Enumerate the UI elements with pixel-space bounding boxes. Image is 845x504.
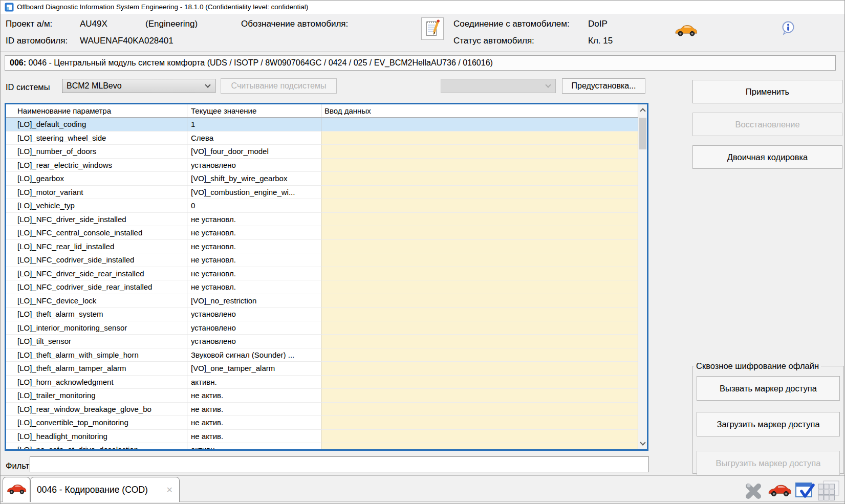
param-name: [LO]_NFC_driver_side_installed — [6, 213, 187, 227]
disconnect-x-icon[interactable] — [744, 481, 763, 502]
table-row[interactable]: [LO]_NFC_device_lock[VO]_no_restriction — [6, 294, 638, 308]
info-icon[interactable] — [781, 21, 795, 38]
param-name: [LO]_rear_electric_windows — [6, 159, 187, 172]
table-row[interactable]: [LO]_interior_monitoring_sensorустановле… — [6, 321, 638, 335]
restore-button[interactable]: Восстановление — [692, 113, 842, 136]
table-row[interactable]: [LO]_NFC_driver_side_rear_installedне ус… — [6, 267, 638, 281]
tab-close-icon[interactable]: ✕ — [166, 485, 173, 495]
system-id-dropdown[interactable]: BCM2 MLBevo — [62, 79, 215, 93]
table-row[interactable]: [LO]_horn_acknowledgmentактивн. — [6, 376, 638, 389]
param-input-cell[interactable] — [321, 335, 638, 348]
param-name: [LO]_gearbox — [6, 172, 187, 186]
param-name: [LO]_NFC_driver_side_rear_installed — [6, 267, 187, 281]
param-name: [LO]_theft_alarm_system — [6, 308, 187, 321]
param-input-cell[interactable] — [321, 240, 638, 254]
apply-button[interactable]: Применить — [692, 80, 842, 103]
param-input-cell[interactable] — [321, 376, 638, 389]
unload-access-token-button[interactable]: Выгрузить маркер доступа — [697, 451, 840, 475]
param-current-value: установлено — [187, 159, 321, 172]
vehicle-quick-icon[interactable] — [767, 483, 792, 499]
param-input-cell[interactable] — [321, 416, 638, 430]
param-current-value: не установл. — [187, 267, 321, 281]
table-row[interactable]: [LO]_convertible_top_monitoringне актив. — [6, 416, 638, 430]
preset-button[interactable]: Предустановка... — [562, 78, 645, 94]
param-input-cell[interactable] — [321, 267, 638, 281]
param-input-cell[interactable] — [321, 199, 638, 213]
param-input-cell[interactable] — [321, 308, 638, 321]
table-row[interactable]: [LO]_default_coding1 — [6, 118, 638, 132]
odis-app-icon — [5, 3, 14, 12]
param-input-cell[interactable] — [321, 118, 638, 132]
table-row[interactable]: [LO]_headlight_monitoringне актив. — [6, 430, 638, 444]
table-row[interactable]: [LO]_motor_variant[VO]_combustion_engine… — [6, 186, 638, 200]
param-input-cell[interactable] — [321, 172, 638, 186]
table-row[interactable]: [LO]_tilt_sensorустановлено — [6, 335, 638, 348]
column-header-current-value[interactable]: Текущее значение — [187, 104, 321, 117]
param-current-value: 1 — [187, 118, 321, 132]
binary-coding-button[interactable]: Двоичная кодировка — [692, 145, 842, 169]
bottom-tabbar: 0046 - Кодирование (COD) ✕ — [1, 475, 844, 504]
tab-coding-session[interactable]: 0046 - Кодирование (COD) ✕ — [30, 477, 180, 502]
table-row[interactable]: [LO]_theft_alarm_systemустановлено — [6, 308, 638, 321]
ecu-title: 0046 - Центральный модуль систем комфорт… — [26, 58, 493, 67]
filter-input[interactable] — [30, 456, 649, 472]
param-input-cell[interactable] — [321, 253, 638, 267]
param-input-cell[interactable] — [321, 430, 638, 444]
column-header-parameter[interactable]: Наименование параметра — [6, 104, 187, 117]
ecu-title-box: 006: 0046 - Центральный модуль систем ко… — [5, 55, 836, 71]
param-current-value: активн. — [187, 376, 321, 389]
grid-icon[interactable] — [817, 480, 840, 503]
table-row-partial[interactable]: [LO]_no_safe_at_drive_deselectionактивн. — [6, 443, 638, 449]
table-row[interactable]: [LO]_number_of_doors[VO]_four_door_model — [6, 145, 638, 159]
project-label: Проект а/м: — [6, 19, 52, 29]
read-subsystem-button[interactable]: Считывание подсистемы — [221, 78, 337, 94]
scroll-up-button[interactable] — [638, 104, 647, 116]
load-access-token-button[interactable]: Загрузить маркер доступа — [697, 412, 840, 436]
param-current-value: не актив. — [187, 403, 321, 417]
table-row[interactable]: [LO]_NFC_codriver_side_installedне устан… — [6, 253, 638, 267]
param-input-cell[interactable] — [321, 213, 638, 227]
param-current-value: Звуковой сигнал (Sounder) ... — [187, 348, 321, 362]
scrollbar-thumb[interactable] — [639, 118, 646, 149]
param-name: [LO]_steering_wheel_side — [6, 132, 187, 145]
table-row[interactable]: [LO]_theft_alarm_with_simple_hornЗвуково… — [6, 348, 638, 362]
table-row[interactable]: [LO]_NFC_central_console_installedне уст… — [6, 226, 638, 240]
fetch-access-token-button[interactable]: Вызвать маркер доступа — [697, 376, 840, 401]
param-input-cell[interactable] — [321, 159, 638, 172]
param-name: [LO]_convertible_top_monitoring — [6, 416, 187, 430]
param-name: [LO]_theft_alarm_with_simple_horn — [6, 348, 187, 362]
table-row[interactable]: [LO]_NFC_rear_lid_installedне установл. — [6, 240, 638, 254]
table-row[interactable]: [LO]_trailer_monitoringне актив. — [6, 389, 638, 403]
table-row[interactable]: [LO]_vehicle_typ0 — [6, 199, 638, 213]
param-input-cell[interactable] — [321, 186, 638, 200]
table-row[interactable]: [LO]_steering_wheel_sideСлева — [6, 132, 638, 145]
scroll-down-button[interactable] — [638, 438, 647, 449]
param-input-cell[interactable] — [321, 280, 638, 294]
chevron-down-icon — [640, 440, 645, 445]
table-row[interactable]: [LO]_NFC_driver_side_installedне установ… — [6, 213, 638, 227]
param-input-cell[interactable] — [321, 226, 638, 240]
param-input-cell[interactable] — [321, 443, 638, 449]
table-row[interactable]: [LO]_gearbox[VO]_shift_by_wire_gearbox — [6, 172, 638, 186]
param-input-cell[interactable] — [321, 294, 638, 308]
param-current-value: не актив. — [187, 389, 321, 403]
subsystem-dropdown[interactable] — [441, 79, 556, 93]
table-row[interactable]: [LO]_theft_alarm_tamper_alarm[VO]_one_ta… — [6, 362, 638, 376]
notes-button[interactable] — [421, 17, 444, 40]
table-row[interactable]: [LO]_NFC_codriver_side_rear_installedне … — [6, 280, 638, 294]
param-current-value: [VO]_one_tamper_alarm — [187, 362, 321, 376]
param-input-cell[interactable] — [321, 145, 638, 159]
param-input-cell[interactable] — [321, 321, 638, 335]
param-input-cell[interactable] — [321, 362, 638, 376]
table-scrollbar[interactable] — [638, 104, 647, 449]
param-input-cell[interactable] — [321, 389, 638, 403]
column-header-data-input[interactable]: Ввод данных — [321, 104, 638, 117]
param-input-cell[interactable] — [321, 403, 638, 417]
param-input-cell[interactable] — [321, 132, 638, 145]
coding-parameters-table: Наименование параметра Текущее значение … — [5, 103, 648, 451]
window-check-icon[interactable] — [795, 480, 816, 503]
table-row[interactable]: [LO]_rear_window_breakage_glove_boне акт… — [6, 403, 638, 417]
table-row[interactable]: [LO]_rear_electric_windowsустановлено — [6, 159, 638, 172]
vehicle-tab[interactable] — [3, 477, 30, 502]
param-input-cell[interactable] — [321, 348, 638, 362]
